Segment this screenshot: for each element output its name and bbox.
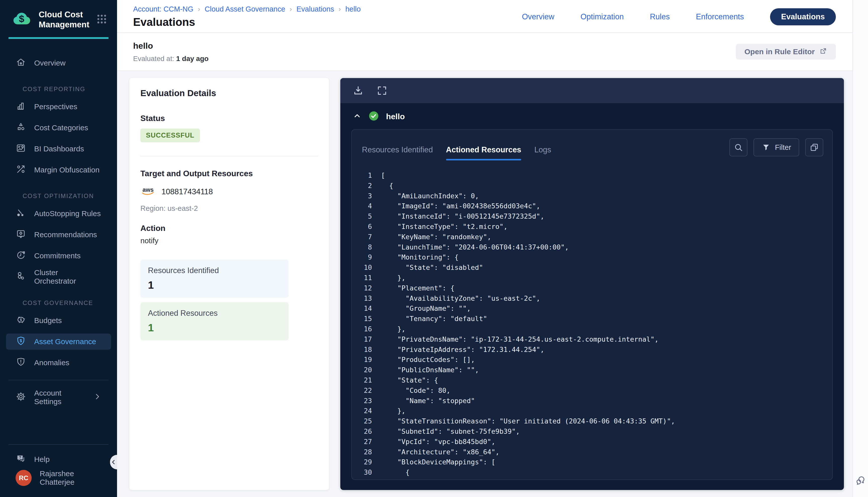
sidebar-item-cluster-orchestrator[interactable]: Cluster Orchestrator — [6, 269, 111, 285]
code-line: 7 "KeyName": "randomkey", — [352, 232, 832, 242]
line-text: "InstanceId": "i-00512145e7372325d", — [372, 211, 544, 222]
header-left: Account: CCM-NG › Cloud Asset Governance… — [133, 5, 361, 28]
line-text: "Name": "stopped" — [372, 396, 475, 406]
sidebar-item-commitments[interactable]: Commitments — [6, 248, 111, 264]
evaluation-name: hello — [133, 41, 208, 51]
code-line: 23 "Name": "stopped" — [352, 396, 832, 406]
fullscreen-button[interactable] — [377, 85, 388, 96]
line-number: 15 — [352, 314, 372, 324]
breadcrumb-evaluations[interactable]: Evaluations — [296, 5, 334, 13]
filter-label: Filter — [775, 143, 791, 152]
sidebar-item-overview[interactable]: Overview — [6, 55, 111, 71]
code-line: 25 "StateTransitionReason": "User initia… — [352, 416, 832, 426]
chevron-right-icon — [93, 392, 101, 403]
sidebar-item-anomalies[interactable]: Anomalies — [6, 355, 111, 371]
aws-account-id: 108817434118 — [162, 187, 213, 196]
sidebar-item-label: Overview — [34, 59, 66, 67]
code-line: 2 { — [352, 181, 832, 191]
sidebar-user[interactable]: RC Rajarshee Chatterjee — [6, 470, 111, 486]
code-line: 21 "State": { — [352, 375, 832, 386]
stat-label: Resources Identified — [148, 266, 281, 275]
content-area: Evaluation Details Status SUCCESSFUL Tar… — [117, 71, 852, 497]
code-viewer[interactable]: 1 [ 2 { 3 — [352, 160, 832, 480]
evaluated-at: Evaluated at: 1 day ago — [133, 55, 208, 63]
tab-actioned-resources[interactable]: Actioned Resources — [446, 145, 521, 160]
line-number: 11 — [352, 273, 372, 283]
sidebar-item-account-settings[interactable]: Account Settings — [6, 389, 111, 406]
nav-rules[interactable]: Rules — [650, 12, 670, 22]
open-in-rule-editor-button[interactable]: Open in Rule Editor — [736, 44, 836, 59]
panel-body: hello Resources Identified Actioned Reso… — [340, 103, 844, 490]
tab-logs[interactable]: Logs — [534, 145, 551, 160]
evaluation-subheader: hello Evaluated at: 1 day ago Open in Ru… — [117, 33, 852, 71]
nav-overview[interactable]: Overview — [522, 12, 554, 22]
line-number: 24 — [352, 406, 372, 416]
line-number: 9 — [352, 252, 372, 262]
breadcrumb-cloud-asset-governance[interactable]: Cloud Asset Governance — [205, 5, 285, 13]
code-line: 20 "PublicDnsName": "", — [352, 365, 832, 375]
breadcrumb-separator: › — [290, 5, 292, 13]
code-line: 26 "SubnetId": "subnet-75fe9b39", — [352, 426, 832, 437]
status-badge: SUCCESSFUL — [140, 129, 200, 142]
support-chat-icon[interactable] — [854, 475, 867, 488]
sidebar-bottom: ? Help RC Rajarshee Chatterjee — [0, 438, 117, 497]
code-line: 4 "ImageId": "ami-002438e556dd03e4c", — [352, 201, 832, 211]
app-window: $ Cloud Cost Management Overview COST RE… — [0, 0, 868, 497]
nav-evaluations-active[interactable]: Evaluations — [770, 8, 836, 25]
stat-value: 1 — [148, 279, 281, 291]
tab-resources-identified[interactable]: Resources Identified — [362, 145, 433, 160]
sidebar-item-label: Budgets — [34, 316, 62, 325]
sidebar-item-budgets[interactable]: $ Budgets — [6, 313, 111, 329]
code-line: 28 "Architecture": "x86_64", — [352, 447, 832, 457]
sidebar-item-bi-dashboards[interactable]: BI Dashboards — [6, 141, 111, 157]
download-button[interactable] — [352, 85, 364, 96]
line-text: "State": "disabled" — [372, 262, 483, 273]
evaluation-output-panel: hello Resources Identified Actioned Reso… — [340, 78, 844, 490]
status-label: Status — [140, 114, 318, 123]
piggy-bank-icon: $ — [16, 314, 26, 327]
sidebar-item-perspectives[interactable]: Perspectives — [6, 99, 111, 115]
line-number: 21 — [352, 375, 372, 386]
gear-icon — [16, 391, 26, 403]
line-number: 10 — [352, 262, 372, 273]
open-in-rule-editor-label: Open in Rule Editor — [744, 47, 815, 56]
app-grid-icon[interactable] — [96, 13, 108, 26]
sidebar-item-cost-categories[interactable]: Cost Categories — [6, 120, 111, 136]
code-line: 15 "Tenancy": "default" — [352, 314, 832, 324]
main-column: Account: CCM-NG › Cloud Asset Governance… — [117, 0, 852, 497]
nav-enforcements[interactable]: Enforcements — [696, 12, 744, 22]
code-line: 5 "InstanceId": "i-00512145e7372325d", — [352, 211, 832, 222]
chevron-up-icon[interactable] — [353, 112, 361, 121]
sidebar-item-autostopping-rules[interactable]: AutoStopping Rules — [6, 205, 111, 222]
line-number: 30 — [352, 467, 372, 478]
code-line: 10 "State": "disabled" — [352, 262, 832, 273]
sidebar-item-help[interactable]: ? Help — [6, 451, 111, 467]
evaluation-result-name: hello — [386, 112, 405, 121]
filter-funnel-icon — [761, 143, 771, 152]
fullscreen-icon — [377, 85, 388, 96]
sidebar-item-label: Recommendations — [34, 230, 97, 239]
evaluation-result-row[interactable]: hello — [351, 103, 833, 129]
line-text: "Code": 80, — [372, 386, 450, 396]
sidebar-item-asset-governance[interactable]: $ Asset Governance — [6, 333, 111, 350]
evaluation-details-card: Evaluation Details Status SUCCESSFUL Tar… — [129, 78, 329, 490]
line-number: 7 — [352, 232, 372, 242]
filter-button[interactable]: Filter — [754, 138, 799, 156]
card-title: Evaluation Details — [140, 88, 318, 98]
code-line: 30 { — [352, 467, 832, 478]
page-header: Account: CCM-NG › Cloud Asset Governance… — [117, 0, 852, 33]
breadcrumb-hello[interactable]: hello — [345, 5, 361, 13]
sidebar-item-recommendations[interactable]: Recommendations — [6, 227, 111, 243]
copy-button[interactable] — [805, 138, 823, 156]
sidebar-item-label: BI Dashboards — [34, 145, 84, 153]
code-line: 8 "LaunchTime": "2024-06-06T04:41:37+00:… — [352, 242, 832, 253]
sidebar-item-label: Perspectives — [34, 102, 78, 111]
sidebar-item-label: Account Settings — [34, 389, 85, 406]
search-button[interactable] — [729, 138, 747, 156]
line-number: 18 — [352, 345, 372, 355]
line-text: "PrivateIpAddress": "172.31.44.254", — [372, 345, 544, 355]
sidebar-item-margin-obfuscation[interactable]: Margin Obfuscation — [6, 162, 111, 178]
breadcrumb-account[interactable]: Account: CCM-NG — [133, 5, 193, 13]
nav-optimization[interactable]: Optimization — [580, 12, 624, 22]
sidebar-item-label: Cluster Orchestrator — [34, 268, 101, 285]
